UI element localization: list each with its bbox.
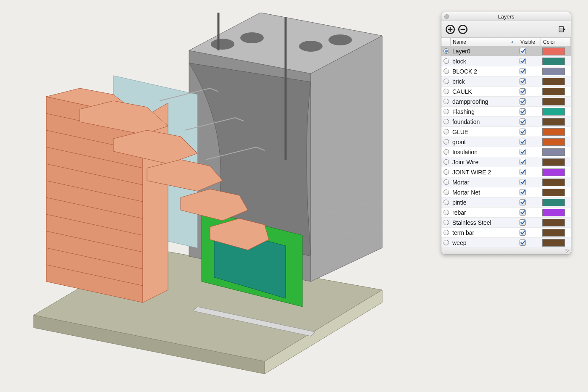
active-layer-radio[interactable] <box>441 179 451 185</box>
active-layer-radio[interactable] <box>441 200 451 205</box>
layer-color-swatch[interactable] <box>541 47 567 56</box>
layer-color-swatch[interactable] <box>541 67 567 76</box>
active-layer-radio[interactable] <box>441 159 451 165</box>
column-active[interactable] <box>441 38 451 46</box>
layer-name[interactable]: Stainless Steel <box>451 219 519 226</box>
layer-name[interactable]: GLUE <box>451 129 519 135</box>
layer-name[interactable]: CAULK <box>451 88 519 95</box>
layer-name[interactable]: term bar <box>451 229 519 236</box>
layer-color-swatch[interactable] <box>541 178 567 187</box>
layer-name[interactable]: foundation <box>451 118 519 125</box>
layer-name[interactable]: JOINT WIRE 2 <box>451 169 519 176</box>
layer-color-swatch[interactable] <box>541 168 567 177</box>
layer-row[interactable]: dampproofing <box>441 97 571 107</box>
layer-row[interactable]: Layer0 <box>441 46 571 56</box>
layer-row[interactable]: Stainless Steel <box>441 218 571 228</box>
layer-visible-checkbox[interactable] <box>519 229 541 236</box>
layer-row[interactable]: weep <box>441 238 571 248</box>
active-layer-radio[interactable] <box>441 149 451 155</box>
layer-visible-checkbox[interactable] <box>519 209 541 216</box>
layer-row[interactable]: block <box>441 56 571 66</box>
active-layer-radio[interactable] <box>441 189 451 195</box>
layer-name[interactable]: pintle <box>451 199 519 206</box>
layer-color-swatch[interactable] <box>541 87 567 96</box>
layer-visible-checkbox[interactable] <box>519 108 541 115</box>
layer-row[interactable]: GLUE <box>441 127 571 137</box>
active-layer-radio[interactable] <box>441 240 451 245</box>
layer-row[interactable]: BLOCK 2 <box>441 66 571 76</box>
active-layer-radio[interactable] <box>441 169 451 175</box>
layer-row[interactable]: pintle <box>441 197 571 208</box>
layer-row[interactable]: grout <box>441 137 571 147</box>
layer-color-swatch[interactable] <box>541 198 567 207</box>
active-layer-radio[interactable] <box>441 109 451 114</box>
layer-color-swatch[interactable] <box>541 147 567 157</box>
layer-name[interactable]: Joint Wire <box>451 159 519 166</box>
panel-titlebar[interactable]: Layers <box>441 12 571 21</box>
layer-color-swatch[interactable] <box>541 137 567 147</box>
active-layer-radio[interactable] <box>441 58 451 64</box>
layer-visible-checkbox[interactable] <box>519 78 541 84</box>
layer-visible-checkbox[interactable] <box>519 68 541 74</box>
layer-row[interactable]: JOINT WIRE 2 <box>441 167 571 177</box>
layer-row[interactable]: Insulation <box>441 147 571 157</box>
layer-color-swatch[interactable] <box>541 77 567 86</box>
layer-visible-checkbox[interactable] <box>519 159 541 165</box>
layer-visible-checkbox[interactable] <box>519 98 541 105</box>
layer-visible-checkbox[interactable] <box>519 219 541 226</box>
layer-color-swatch[interactable] <box>541 158 567 167</box>
layer-color-swatch[interactable] <box>541 238 567 247</box>
active-layer-radio[interactable] <box>441 89 451 94</box>
layer-row[interactable]: rebar <box>441 208 571 218</box>
layer-name[interactable]: dampproofing <box>451 98 519 105</box>
active-layer-radio[interactable] <box>441 99 451 104</box>
active-layer-radio[interactable] <box>441 129 451 134</box>
layer-name[interactable]: weep <box>451 239 519 246</box>
active-layer-radio[interactable] <box>441 119 451 124</box>
active-layer-radio[interactable] <box>441 79 451 84</box>
layer-name[interactable]: BLOCK 2 <box>451 68 519 75</box>
layer-color-swatch[interactable] <box>541 117 567 126</box>
layer-visible-checkbox[interactable] <box>519 118 541 125</box>
layer-visible-checkbox[interactable] <box>519 58 541 64</box>
resize-handle[interactable] <box>441 248 571 254</box>
layer-name[interactable]: block <box>451 58 519 65</box>
layer-visible-checkbox[interactable] <box>519 239 541 246</box>
layer-name[interactable]: Insulation <box>451 149 519 155</box>
layer-visible-checkbox[interactable] <box>519 179 541 185</box>
layer-visible-checkbox[interactable] <box>519 129 541 135</box>
close-icon[interactable] <box>444 14 449 19</box>
panel-menu-button[interactable] <box>556 24 567 35</box>
layer-color-swatch[interactable] <box>541 107 567 116</box>
layer-row[interactable]: term bar <box>441 228 571 238</box>
layer-visible-checkbox[interactable] <box>519 149 541 155</box>
layer-visible-checkbox[interactable] <box>519 199 541 205</box>
layer-visible-checkbox[interactable] <box>519 189 541 195</box>
remove-layer-button[interactable] <box>457 24 468 35</box>
layer-name[interactable]: brick <box>451 78 519 85</box>
layer-color-swatch[interactable] <box>541 188 567 197</box>
layer-row[interactable]: Mortar Net <box>441 187 571 197</box>
active-layer-radio[interactable] <box>441 68 451 74</box>
layer-name[interactable]: Mortar <box>451 179 519 186</box>
layer-name[interactable]: Layer0 <box>451 48 519 55</box>
layer-row[interactable]: Joint Wire <box>441 157 571 167</box>
layer-color-swatch[interactable] <box>541 208 567 217</box>
layer-color-swatch[interactable] <box>541 97 567 106</box>
active-layer-radio[interactable] <box>441 210 451 215</box>
active-layer-radio[interactable] <box>441 48 451 54</box>
layer-color-swatch[interactable] <box>541 127 567 137</box>
active-layer-radio[interactable] <box>441 220 451 225</box>
layer-color-swatch[interactable] <box>541 228 567 237</box>
active-layer-radio[interactable] <box>441 139 451 145</box>
layer-name[interactable]: Mortar Net <box>451 189 519 196</box>
active-layer-radio[interactable] <box>441 230 451 235</box>
layer-row[interactable]: CAULK <box>441 87 571 97</box>
layer-name[interactable]: Flashing <box>451 108 519 115</box>
layer-visible-checkbox[interactable] <box>519 48 541 54</box>
layer-name[interactable]: rebar <box>451 209 519 216</box>
column-visible[interactable]: Visible <box>518 38 541 46</box>
layer-row[interactable]: foundation <box>441 117 571 127</box>
layer-name[interactable]: grout <box>451 139 519 145</box>
layer-visible-checkbox[interactable] <box>519 88 541 95</box>
